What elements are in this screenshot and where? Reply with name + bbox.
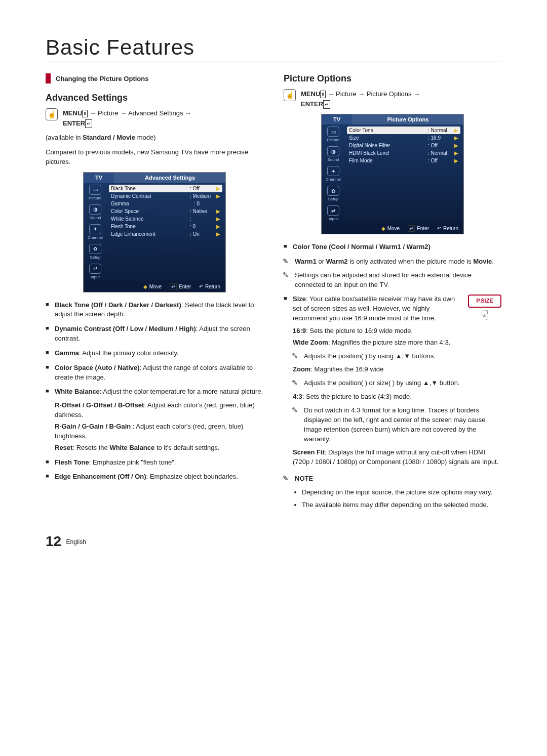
page-title: Basic Features: [46, 35, 501, 60]
note-warm-modes: Warm1 or Warm2 is only activated when th…: [284, 257, 501, 267]
osd-row: Film Mode: Off▶: [347, 157, 460, 164]
hand-icon: ☝: [46, 108, 58, 120]
hand-icon: ☝: [284, 89, 296, 101]
sound-icon: ◑: [327, 146, 339, 156]
osd-side-nav: ▭Picture ◑Sound ✦Channel ✿Setup ⇄Input: [84, 183, 107, 281]
menu-label: MENU: [301, 90, 320, 98]
heading-advanced-settings: Advanced Settings: [46, 93, 263, 103]
osd-row: Dynamic Contrast: Medium▶: [109, 192, 222, 200]
osd-title: Advanced Settings: [114, 173, 225, 183]
osd-tv-label: TV: [322, 114, 353, 124]
hand-press-icon: ☟: [468, 309, 501, 322]
size-item: P.SIZE ☟ Size: Your cable box/satellite …: [284, 295, 501, 469]
page-footer: 12 English: [46, 533, 501, 550]
note-list: Depending on the input source, the pictu…: [284, 488, 501, 510]
left-column: Changing the Picture Options Advanced Se…: [46, 71, 263, 513]
menu-path-mid: → Picture → Advanced Settings →: [88, 109, 191, 117]
input-icon: ⇄: [89, 264, 101, 274]
osd-row: Size: 16:9▶: [347, 134, 460, 142]
menu-icon: III: [82, 110, 88, 118]
osd-picture-options: TV Picture Options ▭Picture ◑Sound ✦Chan…: [321, 114, 464, 234]
psize-badge: P.SIZE ☟: [468, 295, 501, 322]
availability-text: (available in Standard / Movie mode): [46, 133, 263, 143]
setup-icon: ✿: [327, 186, 339, 196]
osd-row: Flesh Tone: 0▶: [109, 223, 222, 230]
sound-icon: ◑: [89, 204, 101, 215]
page-number: 12: [46, 533, 61, 549]
osd-advanced-settings: TV Advanced Settings ▭Picture ◑Sound ✦Ch…: [83, 172, 226, 292]
intro-text: Compared to previous models, new Samsung…: [46, 148, 263, 167]
enter-icon: ↵: [85, 119, 92, 128]
enter-label: ENTER: [301, 100, 323, 108]
section-bar-left-text: Changing the Picture Options: [56, 75, 148, 82]
osd-title: Picture Options: [353, 114, 463, 124]
note-wide-zoom: Adjusts the position( ) by using ▲,▼ but…: [293, 352, 501, 361]
osd-row: Gamma: 0: [109, 200, 222, 207]
osd-row: Color Tone: Normal▶: [347, 127, 460, 134]
osd-row: Digital Noise Filter: Off▶: [347, 142, 460, 149]
return-hint: ↶Return: [199, 283, 220, 290]
osd-row: Edge Enhancement: On▶: [109, 230, 222, 238]
menu-path-advanced: ☝ MENUIII → Picture → Advanced Settings …: [46, 108, 263, 128]
setup-icon: ✿: [89, 244, 101, 254]
channel-icon: ✦: [327, 166, 339, 176]
menu-path-mid: → Picture → Picture Options →: [326, 90, 420, 98]
menu-path-text: MENUIII → Picture → Picture Options → EN…: [301, 89, 420, 109]
right-column: Picture Options ☝ MENUIII → Picture → Pi…: [284, 71, 501, 513]
osd-rows: Black Tone: Off▶Dynamic Contrast: Medium…: [107, 183, 225, 281]
advanced-settings-list: Black Tone (Off / Dark / Darker / Darkes…: [46, 301, 263, 482]
size-list: P.SIZE ☟ Size: Your cable box/satellite …: [284, 295, 501, 469]
enter-icon: ↵: [323, 100, 330, 109]
osd-row: White Balance:▶: [109, 215, 222, 223]
osd-rows: Color Tone: Normal▶Size: 16:9▶Digital No…: [345, 124, 463, 223]
osd-row: HDMI Black Level: Normal▶: [347, 149, 460, 157]
osd-row: Black Tone: Off▶: [109, 185, 222, 192]
picture-options-list: Color Tone (Cool / Normal / Warm1 / Warm…: [284, 242, 501, 252]
color-tone-item: Color Tone (Cool / Normal / Warm1 / Warm…: [284, 242, 501, 252]
menu-label: MENU: [63, 109, 82, 117]
move-hint: ◆Move: [381, 225, 400, 232]
section-bar-left: Changing the Picture Options: [46, 73, 263, 83]
note-2: The available items may differ depending…: [302, 500, 501, 510]
title-rule: [46, 62, 501, 62]
menu-path-picture-options: ☝ MENUIII → Picture → Picture Options → …: [284, 89, 501, 109]
enter-hint: ↵Enter: [170, 283, 191, 290]
heading-picture-options: Picture Options: [284, 73, 501, 84]
channel-icon: ✦: [89, 224, 101, 234]
picture-icon: ▭: [327, 127, 339, 137]
page-lang: English: [66, 538, 86, 545]
note-1: Depending on the input source, the pictu…: [302, 488, 501, 497]
note-43-warning: Do not watch in 4:3 format for a long ti…: [293, 406, 501, 444]
enter-label: ENTER: [63, 119, 85, 127]
return-hint: ↶Return: [437, 225, 458, 232]
menu-icon: III: [320, 91, 326, 99]
osd-row: Color Space: Native▶: [109, 207, 222, 215]
osd-footer: ◆Move ↵Enter ↶Return: [322, 223, 463, 234]
osd-tv-label: TV: [84, 173, 114, 183]
menu-path-text: MENUIII → Picture → Advanced Settings → …: [63, 108, 191, 128]
note-heading: NOTE: [284, 474, 501, 484]
move-hint: ◆Move: [143, 283, 162, 290]
note-per-input: Settings can be adjusted and stored for …: [284, 271, 501, 290]
picture-icon: ▭: [89, 185, 101, 195]
enter-hint: ↵Enter: [408, 225, 429, 232]
note-zoom: Adjusts the position( ) or size( ) by us…: [293, 379, 501, 388]
osd-side-nav: ▭Picture ◑Sound ✦Channel ✿Setup ⇄Input: [322, 124, 345, 223]
input-icon: ⇄: [327, 205, 339, 216]
psize-box: P.SIZE: [468, 295, 501, 308]
osd-footer: ◆Move ↵Enter ↶Return: [84, 281, 225, 292]
